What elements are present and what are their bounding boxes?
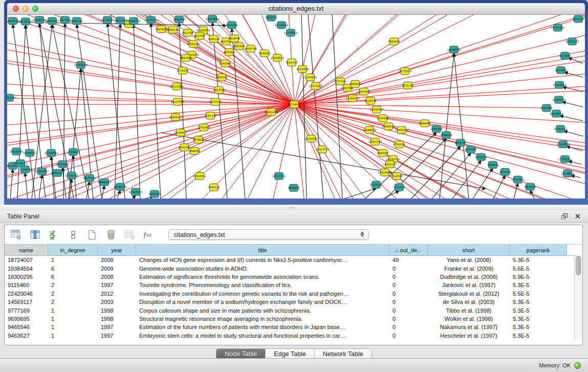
table-row[interactable]: 969969511998Structural magnetic resonanc… <box>5 315 582 323</box>
yellow-node-18807249[interactable]: 18807249 <box>368 138 382 145</box>
yellow-node-9875685[interactable]: 9875685 <box>223 49 235 56</box>
teal-node-15751042[interactable]: 15751042 <box>551 24 564 31</box>
table-row[interactable]: 1872400712008Changes of HCN gene express… <box>5 256 582 264</box>
teal-node-9466162[interactable]: 9466162 <box>71 17 82 25</box>
teal-node-14136141[interactable]: 14136141 <box>369 181 383 188</box>
create-column-icon[interactable] <box>86 229 98 240</box>
teal-node-9804273[interactable]: 9804273 <box>524 183 536 190</box>
zoom-window-button[interactable] <box>32 6 38 12</box>
table-row[interactable]: 911546021997Tourette syndrome. Phenomeno… <box>5 281 582 289</box>
memory-ok-indicator[interactable] <box>574 362 581 369</box>
teal-node-1527602[interactable]: 1527602 <box>59 16 71 24</box>
scrollbar-thumb[interactable] <box>576 256 581 275</box>
yellow-node-2718176[interactable]: 2718176 <box>177 67 188 74</box>
table-row[interactable]: 1456911722003Disruption of a novel membe… <box>5 298 582 306</box>
yellow-node-9242848[interactable]: 9242848 <box>219 60 231 67</box>
yellow-node-8186328[interactable]: 8186328 <box>208 35 220 42</box>
table-vertical-scrollbar[interactable] <box>574 255 582 340</box>
yellow-node-7663822[interactable]: 7663822 <box>155 26 167 33</box>
yellow-node-2522544[interactable]: 2522544 <box>390 172 403 180</box>
teal-node-10653257[interactable]: 10653257 <box>46 17 59 25</box>
teal-node-9463627[interactable]: 9463627 <box>148 190 160 198</box>
column-header-pagerank[interactable]: pagerank <box>510 245 567 255</box>
teal-node-6679197[interactable]: 6679197 <box>454 139 466 146</box>
yellow-node-8267130[interactable]: 8267130 <box>204 112 216 119</box>
yellow-node-8220357[interactable]: 8220357 <box>286 59 297 66</box>
teal-node-20053346[interactable]: 20053346 <box>74 61 88 69</box>
table-row[interactable]: 2242004622012Investigating the contribut… <box>5 290 582 298</box>
yellow-node-9154469[interactable]: 9154469 <box>377 115 388 122</box>
select-visible-columns-icon[interactable] <box>49 229 60 240</box>
table-selector[interactable]: citations_edges.txt <box>168 229 369 240</box>
yellow-node-9827505[interactable]: 9827505 <box>193 32 205 39</box>
yellow-node-9808546[interactable]: 9808546 <box>228 35 240 42</box>
delete-column-icon[interactable] <box>105 229 117 240</box>
teal-node-8471676[interactable]: 8471676 <box>499 168 511 176</box>
teal-node-8813014[interactable]: 8813014 <box>572 15 584 23</box>
teal-node-12505135[interactable]: 12505135 <box>65 172 78 179</box>
teal-node-12923448[interactable]: 12923448 <box>129 188 142 195</box>
show-columns-icon[interactable] <box>30 229 41 240</box>
minimize-window-button[interactable] <box>23 6 29 12</box>
teal-node-12942757[interactable]: 12942757 <box>35 168 49 175</box>
yellow-node-14524861[interactable]: 14524861 <box>378 169 391 176</box>
teal-node-15751074[interactable]: 15751074 <box>565 38 579 45</box>
network-canvas[interactable]: 7663822866012889129342322605898275058186… <box>7 15 585 199</box>
yellow-node-16164767[interactable]: 16164767 <box>370 106 383 113</box>
yellow-node-8660128[interactable]: 8660128 <box>167 26 179 33</box>
teal-node-16782759[interactable]: 16782759 <box>114 183 127 190</box>
yellow-node-9498222[interactable]: 9498222 <box>188 147 200 155</box>
teal-node-17359924[interactable]: 17359924 <box>67 148 80 156</box>
yellow-node-8216134[interactable]: 8216134 <box>364 97 377 104</box>
yellow-node-11544692[interactable]: 11544692 <box>303 74 317 81</box>
yellow-node-9684067[interactable]: 9684067 <box>377 149 388 157</box>
column-header-in-degree[interactable]: in_degree <box>48 245 98 255</box>
column-header-title[interactable]: title <box>136 245 389 255</box>
teal-node-16033809[interactable]: 16033809 <box>206 15 219 23</box>
yellow-node-9898985[interactable]: 9898985 <box>419 120 430 127</box>
column-header-short[interactable]: short <box>428 245 510 255</box>
yellow-node-9756928[interactable]: 9756928 <box>393 141 405 148</box>
yellow-node-8912934[interactable]: 8912934 <box>182 29 194 36</box>
teal-node-17957223[interactable]: 17957223 <box>83 174 96 182</box>
table-row[interactable]: 1938455462009Genome-wide association stu… <box>5 264 582 272</box>
yellow-node-9146821[interactable]: 9146821 <box>258 50 270 57</box>
citation-network-graph[interactable]: 7663822866012889129342322605898275058186… <box>7 15 585 199</box>
teal-node-9831534[interactable]: 9831534 <box>173 16 185 23</box>
teal-node-26206590[interactable]: 26206590 <box>10 148 23 155</box>
yellow-node-7462610[interactable]: 7462610 <box>349 80 361 87</box>
yellow-node-9154694[interactable]: 9154694 <box>296 65 309 73</box>
teal-node-8215958[interactable]: 8215958 <box>540 104 552 112</box>
yellow-node-9177004[interactable]: 9177004 <box>209 98 222 105</box>
yellow-node-7480834[interactable]: 7480834 <box>388 38 400 45</box>
yellow-node-10688609[interactable]: 10688609 <box>363 126 376 134</box>
table-row[interactable]: 1830029562008Estimation of significance … <box>5 273 582 281</box>
yellow-node-9777169[interactable]: 9777169 <box>334 78 346 85</box>
yellow-node-16543382[interactable]: 16543382 <box>187 40 200 48</box>
teal-node-8572234[interactable]: 8572234 <box>226 21 238 29</box>
yellow-node-8454749[interactable]: 8454749 <box>245 45 256 52</box>
column-header-out-de-[interactable]: △out_de... <box>389 245 428 255</box>
teal-node-2935114[interactable]: 2935114 <box>475 154 487 161</box>
table-row[interactable]: 977716911998Corpus callosum shape and si… <box>5 306 582 314</box>
table-options-icon[interactable] <box>11 229 22 240</box>
yellow-node-23588520[interactable]: 23588520 <box>271 54 284 61</box>
teal-node-24035572[interactable]: 24035572 <box>19 18 32 25</box>
table-row[interactable]: 946554611997Estimation of the future num… <box>5 323 582 331</box>
yellow-node-12213389[interactable]: 12213389 <box>170 83 183 90</box>
yellow-node-10973433[interactable]: 10973433 <box>309 82 322 90</box>
yellow-node-15134457[interactable]: 15134457 <box>304 135 318 142</box>
yellow-node-2803144[interactable]: 2803144 <box>215 74 228 81</box>
teal-node-7632621[interactable]: 7632621 <box>487 161 498 168</box>
teal-node-1733426[interactable]: 1733426 <box>393 184 405 191</box>
column-header-name[interactable]: name <box>5 245 48 255</box>
teal-node-9474444[interactable]: 9474444 <box>465 146 477 153</box>
column-header-year[interactable]: year <box>98 245 136 255</box>
teal-node-8813054[interactable]: 8813054 <box>265 15 277 21</box>
teal-node-19449572[interactable]: 19449572 <box>23 149 36 157</box>
yellow-node-7654123[interactable]: 7654123 <box>208 184 220 191</box>
teal-node-9329966[interactable]: 9329966 <box>559 52 571 59</box>
teal-node-1440954[interactable]: 1440954 <box>430 125 443 133</box>
teal-node-2405571[interactable]: 2405571 <box>7 17 19 25</box>
yellow-node-2867608[interactable]: 2867608 <box>233 42 245 50</box>
